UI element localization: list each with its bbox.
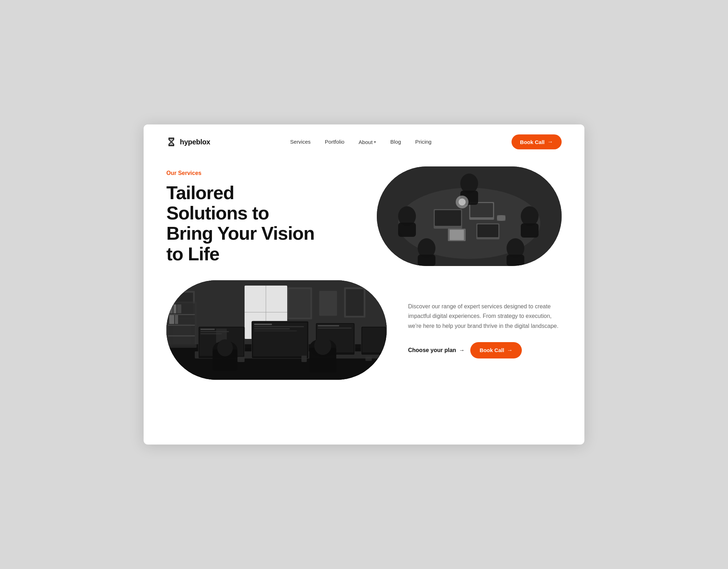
- svg-point-11: [521, 206, 539, 226]
- svg-rect-66: [237, 357, 245, 362]
- svg-rect-16: [418, 255, 435, 266]
- nav-link-pricing[interactable]: Pricing: [415, 139, 432, 145]
- svg-rect-68: [365, 357, 372, 361]
- hero-title-line2: Solutions to: [166, 203, 269, 223]
- browser-window: hypeblox Services Portfolio About ▾ Blog…: [144, 124, 584, 445]
- hero-left: Our Services Tailored Solutions to Bring…: [166, 166, 337, 264]
- svg-rect-8: [477, 224, 498, 237]
- svg-rect-51: [254, 326, 304, 327]
- nav-link-portfolio[interactable]: Portfolio: [325, 139, 344, 145]
- svg-rect-53: [254, 330, 297, 331]
- bottom-book-call-arrow: →: [507, 347, 513, 353]
- chevron-down-icon: ▾: [374, 140, 376, 144]
- bottom-book-call-button[interactable]: Book Call →: [470, 342, 522, 358]
- nav-link-services[interactable]: Services: [290, 139, 311, 145]
- team-image-top: [377, 166, 562, 266]
- svg-rect-32: [289, 289, 310, 318]
- svg-rect-73: [168, 335, 195, 336]
- nav-item-about[interactable]: About ▾: [359, 139, 376, 145]
- svg-rect-6: [470, 203, 493, 217]
- bottom-book-call-label: Book Call: [480, 347, 504, 353]
- svg-point-20: [459, 198, 466, 206]
- hero-image-right: [377, 166, 562, 266]
- svg-rect-56: [318, 325, 339, 326]
- svg-rect-12: [521, 223, 539, 238]
- hero-title-line4: to Life: [166, 244, 219, 264]
- logo-area: hypeblox: [166, 137, 210, 147]
- nav-book-call-button[interactable]: Book Call →: [512, 134, 562, 149]
- hero-title: Tailored Solutions to Bring Your Vision …: [166, 183, 337, 264]
- svg-rect-71: [168, 314, 195, 315]
- svg-point-62: [217, 339, 233, 356]
- team-image-bottom: [166, 280, 387, 380]
- nav-links: Services Portfolio About ▾ Blog Pricing: [290, 139, 432, 145]
- svg-rect-59: [362, 328, 385, 352]
- svg-rect-72: [168, 325, 195, 326]
- nav-item-portfolio[interactable]: Portfolio: [325, 139, 344, 145]
- svg-rect-52: [254, 328, 290, 329]
- nav-item-blog[interactable]: Blog: [390, 139, 401, 145]
- nav-item-pricing[interactable]: Pricing: [415, 139, 432, 145]
- bottom-section: Discover our range of expert services de…: [144, 280, 584, 398]
- svg-rect-22: [450, 230, 464, 240]
- bottom-actions: Choose your plan → Book Call →: [408, 342, 562, 358]
- nav-link-about[interactable]: About ▾: [359, 139, 376, 145]
- choose-plan-arrow: →: [459, 347, 465, 353]
- logo-text: hypeblox: [180, 138, 210, 146]
- hero-title-line1: Tailored: [166, 182, 234, 203]
- svg-rect-78: [175, 315, 178, 324]
- nav-book-call-arrow: →: [547, 139, 553, 145]
- nav-link-blog[interactable]: Blog: [390, 139, 401, 145]
- logo-icon: [166, 137, 176, 147]
- svg-point-65: [314, 336, 331, 355]
- svg-rect-24: [497, 215, 505, 221]
- svg-rect-76: [177, 304, 181, 313]
- svg-rect-49: [253, 323, 307, 356]
- svg-rect-50: [254, 324, 272, 325]
- svg-rect-18: [398, 223, 416, 237]
- choose-plan-button[interactable]: Choose your plan →: [408, 347, 465, 353]
- svg-rect-33: [319, 291, 337, 316]
- hero-image-left: [166, 280, 387, 380]
- services-label: Our Services: [166, 170, 337, 176]
- svg-rect-57: [318, 328, 352, 329]
- choose-plan-label: Choose your plan: [408, 347, 456, 353]
- svg-rect-44: [200, 329, 215, 330]
- bottom-right-content: Discover our range of expert services de…: [401, 302, 562, 358]
- svg-rect-77: [169, 315, 174, 324]
- svg-rect-74: [169, 304, 173, 313]
- svg-rect-14: [507, 255, 524, 266]
- svg-rect-67: [301, 356, 307, 362]
- svg-rect-35: [346, 289, 364, 316]
- bottom-description: Discover our range of expert services de…: [408, 302, 562, 331]
- hero-section: Our Services Tailored Solutions to Bring…: [144, 159, 584, 280]
- svg-rect-75: [173, 304, 176, 313]
- nav-book-call-label: Book Call: [520, 139, 545, 145]
- svg-rect-4: [435, 210, 461, 226]
- hero-title-line3: Bring Your Vision: [166, 223, 314, 244]
- svg-point-9: [460, 174, 478, 193]
- nav-item-services[interactable]: Services: [290, 139, 311, 145]
- navbar: hypeblox Services Portfolio About ▾ Blog…: [144, 124, 584, 159]
